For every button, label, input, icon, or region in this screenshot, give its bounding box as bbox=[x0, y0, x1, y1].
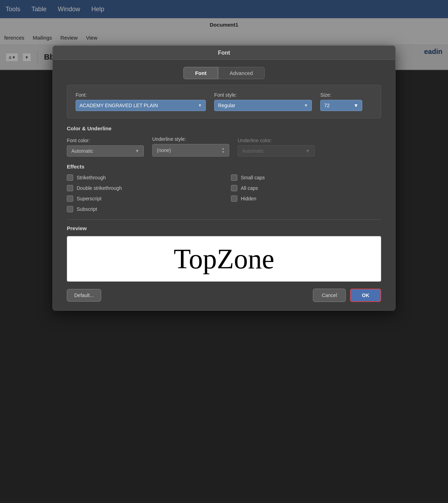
divider bbox=[67, 219, 381, 220]
checkbox-small-caps[interactable]: Small caps bbox=[231, 174, 381, 181]
checkbox-hidden-label: Hidden bbox=[241, 196, 256, 201]
color-underline-title: Color & Underline bbox=[67, 125, 381, 131]
cancel-button[interactable]: Cancel bbox=[313, 289, 346, 302]
underline-color-label: Underline color: bbox=[238, 138, 315, 143]
underline-style-value: (none) bbox=[157, 147, 171, 153]
preview-title: Preview bbox=[67, 225, 381, 231]
underline-style-group: Underline style: (none) ▲▼ bbox=[152, 136, 229, 157]
checkbox-double-strikethrough[interactable]: Double strikethrough bbox=[67, 185, 217, 191]
underline-color-chevron-icon: ▼ bbox=[305, 148, 310, 154]
button-group: Cancel OK bbox=[313, 289, 381, 302]
font-size-label: Size: bbox=[320, 92, 372, 98]
underline-color-value: Automatic bbox=[242, 148, 264, 154]
checkbox-superscript[interactable]: Superscript bbox=[67, 195, 217, 202]
font-color-value: Automatic bbox=[71, 148, 93, 154]
tab-font[interactable]: Font bbox=[183, 67, 218, 79]
font-name-chevron-icon: ▼ bbox=[198, 103, 202, 108]
preview-box: TopZone bbox=[67, 236, 381, 282]
font-name-value: ACADEMY ENGRAVED LET PLAIN bbox=[79, 103, 158, 108]
modal-title: Font bbox=[218, 50, 230, 56]
checkbox-subscript[interactable]: Subscript bbox=[67, 206, 217, 212]
preview-section: Preview TopZone bbox=[67, 225, 381, 282]
font-name-select[interactable]: ACADEMY ENGRAVED LET PLAIN ▼ bbox=[76, 100, 206, 111]
checkbox-small-caps-label: Small caps bbox=[241, 175, 265, 180]
font-label: Font: bbox=[76, 92, 206, 98]
font-color-group: Font color: Automatic ▼ bbox=[67, 138, 144, 157]
font-size-value: 72 bbox=[324, 103, 330, 108]
underline-style-stepper-icon: ▲▼ bbox=[222, 147, 225, 154]
bottom-buttons: Default... Cancel OK bbox=[53, 289, 395, 302]
default-button[interactable]: Default... bbox=[67, 289, 101, 302]
color-underline-section: Color & Underline Font color: Automatic … bbox=[67, 125, 381, 157]
preview-text: TopZone bbox=[174, 243, 274, 275]
checkbox-all-caps-label: All caps bbox=[241, 185, 258, 191]
effects-grid: Strikethrough Small caps Double striketh… bbox=[67, 174, 381, 212]
font-style-group: Font style: Regular ▼ bbox=[214, 92, 312, 111]
checkbox-subscript-box[interactable] bbox=[67, 206, 73, 212]
font-color-select[interactable]: Automatic ▼ bbox=[67, 145, 144, 157]
checkbox-strikethrough-box[interactable] bbox=[67, 174, 73, 181]
ok-button[interactable]: OK bbox=[350, 289, 381, 302]
checkbox-double-strikethrough-label: Double strikethrough bbox=[77, 185, 122, 191]
font-color-label: Font color: bbox=[67, 138, 144, 143]
checkbox-small-caps-box[interactable] bbox=[231, 174, 237, 181]
modal-overlay: Font Font Advanced Font: ACADEMY ENGRAVE… bbox=[0, 0, 448, 503]
font-style-value: Regular bbox=[218, 103, 235, 108]
checkbox-hidden[interactable]: Hidden bbox=[231, 195, 381, 202]
checkbox-all-caps-box[interactable] bbox=[231, 185, 237, 191]
checkbox-strikethrough[interactable]: Strikethrough bbox=[67, 174, 217, 181]
checkbox-hidden-box[interactable] bbox=[231, 195, 237, 202]
effects-title: Effects bbox=[67, 164, 381, 170]
font-style-chevron-icon: ▼ bbox=[304, 103, 308, 108]
font-size-chevron-icon: ▼ bbox=[354, 103, 358, 108]
font-name-group: Font: ACADEMY ENGRAVED LET PLAIN ▼ bbox=[76, 92, 206, 111]
tab-bar: Font Advanced bbox=[53, 60, 395, 85]
underline-style-label: Underline style: bbox=[152, 136, 229, 142]
underline-style-select[interactable]: (none) ▲▼ bbox=[152, 144, 229, 157]
font-selectors-section: Font: ACADEMY ENGRAVED LET PLAIN ▼ Font … bbox=[67, 85, 381, 118]
font-style-label: Font style: bbox=[214, 92, 312, 98]
checkbox-subscript-label: Subscript bbox=[77, 206, 97, 212]
font-color-chevron-icon: ▼ bbox=[135, 149, 139, 153]
checkbox-superscript-box[interactable] bbox=[67, 195, 73, 202]
font-dialog: Font Font Advanced Font: ACADEMY ENGRAVE… bbox=[52, 46, 396, 311]
checkbox-superscript-label: Superscript bbox=[77, 196, 102, 201]
effects-section: Effects Strikethrough Small caps Double … bbox=[67, 164, 381, 212]
modal-title-bar: Font bbox=[53, 46, 395, 60]
underline-color-select: Automatic ▼ bbox=[238, 145, 315, 157]
checkbox-strikethrough-label: Strikethrough bbox=[77, 175, 106, 180]
checkbox-all-caps[interactable]: All caps bbox=[231, 185, 381, 191]
modal-content: Font: ACADEMY ENGRAVED LET PLAIN ▼ Font … bbox=[53, 85, 395, 282]
underline-color-group: Underline color: Automatic ▼ bbox=[238, 138, 315, 157]
font-style-select[interactable]: Regular ▼ bbox=[214, 100, 312, 111]
tab-advanced[interactable]: Advanced bbox=[218, 67, 265, 79]
font-size-select[interactable]: 72 ▼ bbox=[320, 100, 362, 111]
checkbox-double-strikethrough-box[interactable] bbox=[67, 185, 73, 191]
font-size-group: Size: 72 ▼ bbox=[320, 92, 372, 111]
